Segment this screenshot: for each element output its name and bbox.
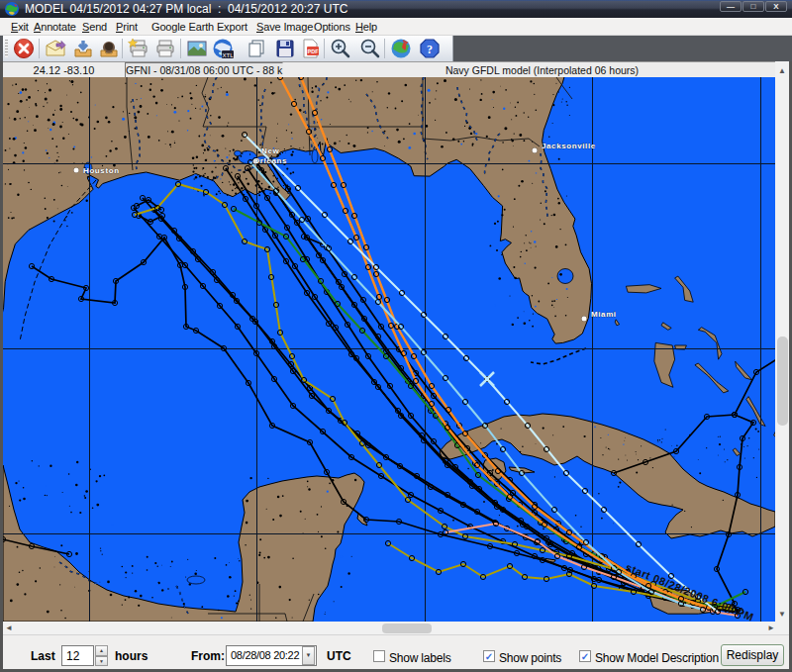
- svg-text:XTL: XTL: [222, 52, 234, 58]
- svg-text:Orleans: Orleans: [253, 156, 287, 165]
- svg-text:PDF: PDF: [308, 48, 320, 54]
- svg-text:Miami: Miami: [591, 310, 617, 319]
- svg-text:New: New: [261, 146, 279, 155]
- svg-text:Jacksonville: Jacksonville: [542, 142, 596, 150]
- svg-text:Houston: Houston: [83, 166, 120, 175]
- svg-text:?: ?: [427, 43, 433, 56]
